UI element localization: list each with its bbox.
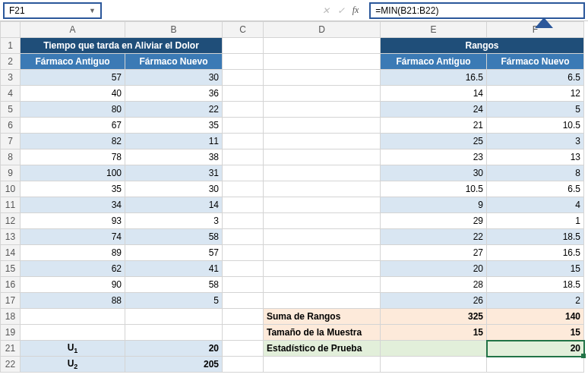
cell[interactable] (264, 245, 381, 261)
cell[interactable]: 29 (381, 213, 487, 229)
cell[interactable] (223, 118, 264, 134)
cell[interactable] (223, 325, 264, 341)
row-header[interactable]: 6 (1, 118, 21, 134)
cell[interactable]: 20 (487, 341, 584, 357)
cell[interactable]: 4 (487, 197, 584, 213)
cell[interactable] (223, 309, 264, 325)
cell[interactable] (223, 277, 264, 293)
cell[interactable]: 14 (381, 86, 487, 102)
cell[interactable]: 67 (21, 118, 125, 134)
cell[interactable]: 15 (381, 325, 487, 341)
cell[interactable]: 3 (125, 213, 223, 229)
row-header[interactable]: 5 (1, 102, 21, 118)
cell[interactable]: 58 (125, 277, 223, 293)
cell[interactable]: 20 (125, 341, 223, 357)
cell[interactable]: 1 (487, 213, 584, 229)
cell[interactable]: 88 (21, 293, 125, 309)
cell[interactable]: 36 (125, 86, 223, 102)
row-header[interactable]: 17 (1, 293, 21, 309)
cell[interactable]: 30 (125, 70, 223, 86)
cell[interactable]: 26 (381, 293, 487, 309)
cell[interactable]: 34 (21, 197, 125, 213)
row-header[interactable]: 11 (1, 197, 21, 213)
cell[interactable]: Tamaño de la Muestra (264, 325, 381, 341)
cell[interactable]: 16.5 (487, 245, 584, 261)
cell[interactable]: 3 (487, 134, 584, 149)
cell[interactable]: Fármaco Nuevo (487, 54, 584, 70)
cell[interactable]: 5 (487, 102, 584, 118)
cell[interactable] (223, 245, 264, 261)
col-header-E[interactable]: E (381, 22, 487, 38)
cell[interactable]: 80 (21, 102, 125, 118)
cell[interactable]: 93 (21, 213, 125, 229)
cell[interactable]: 12 (487, 86, 584, 102)
row-header[interactable]: 4 (1, 86, 21, 102)
cell[interactable]: 22 (381, 229, 487, 245)
cell[interactable] (125, 325, 223, 341)
cell[interactable]: 58 (125, 229, 223, 245)
cell[interactable]: Fármaco Antiguo (21, 54, 125, 70)
row-header[interactable]: 7 (1, 134, 21, 149)
cell[interactable]: 5 (125, 293, 223, 309)
cell[interactable] (264, 165, 381, 181)
cell[interactable]: 23 (381, 149, 487, 165)
cell[interactable]: 74 (21, 229, 125, 245)
name-box[interactable]: F21 ▼ (3, 2, 102, 19)
row-header[interactable]: 14 (1, 245, 21, 261)
cell[interactable] (264, 86, 381, 102)
cell[interactable] (223, 261, 264, 277)
cell[interactable] (223, 165, 264, 181)
cell[interactable]: 18.5 (487, 277, 584, 293)
cell[interactable] (381, 341, 487, 357)
left-table-title[interactable]: Tiempo que tarda en Aliviar el Dolor (21, 38, 223, 54)
cell[interactable]: 205 (125, 357, 223, 373)
row-header[interactable]: 16 (1, 277, 21, 293)
cell[interactable] (223, 197, 264, 213)
cell[interactable] (381, 357, 487, 373)
row-header[interactable]: 8 (1, 149, 21, 165)
cell[interactable]: 14 (125, 197, 223, 213)
row-header[interactable]: 2 (1, 54, 21, 70)
right-table-title[interactable]: Rangos (381, 38, 584, 54)
cell[interactable] (223, 134, 264, 149)
cell[interactable]: 25 (381, 134, 487, 149)
cell[interactable]: 41 (125, 261, 223, 277)
cell[interactable] (264, 102, 381, 118)
row-header[interactable]: 21 (1, 341, 21, 357)
formula-input[interactable]: =MIN(B21:B22) (369, 2, 585, 19)
cell[interactable] (223, 102, 264, 118)
cell[interactable]: 11 (125, 134, 223, 149)
row-header[interactable]: 9 (1, 165, 21, 181)
cell[interactable] (264, 277, 381, 293)
cell[interactable]: 30 (381, 165, 487, 181)
cell[interactable] (223, 341, 264, 357)
cell[interactable]: 20 (381, 261, 487, 277)
cell[interactable]: 35 (125, 118, 223, 134)
row-header[interactable]: 10 (1, 181, 21, 197)
row-header[interactable]: 15 (1, 261, 21, 277)
cell[interactable] (264, 118, 381, 134)
cell[interactable]: 40 (21, 86, 125, 102)
cell[interactable] (264, 70, 381, 86)
cell[interactable]: 21 (381, 118, 487, 134)
fx-icon[interactable]: fx (352, 5, 359, 16)
cell[interactable] (223, 86, 264, 102)
cell[interactable]: 13 (487, 149, 584, 165)
cell[interactable]: U2 (21, 357, 125, 373)
cell[interactable]: 27 (381, 245, 487, 261)
cell[interactable]: 30 (125, 181, 223, 197)
cell[interactable]: 10.5 (381, 181, 487, 197)
cell[interactable]: Fármaco Nuevo (125, 54, 223, 70)
col-header-D[interactable]: D (264, 22, 381, 38)
cell[interactable] (223, 54, 264, 70)
cell[interactable] (223, 70, 264, 86)
cell[interactable]: 90 (21, 277, 125, 293)
cell[interactable]: 6.5 (487, 70, 584, 86)
cell[interactable]: 10.5 (487, 118, 584, 134)
cell[interactable]: Estadístico de Prueba (264, 341, 381, 357)
cell[interactable]: Suma de Rangos (264, 309, 381, 325)
col-header-C[interactable]: C (223, 22, 264, 38)
cell[interactable] (223, 149, 264, 165)
cell[interactable] (264, 181, 381, 197)
cell[interactable]: 89 (21, 245, 125, 261)
